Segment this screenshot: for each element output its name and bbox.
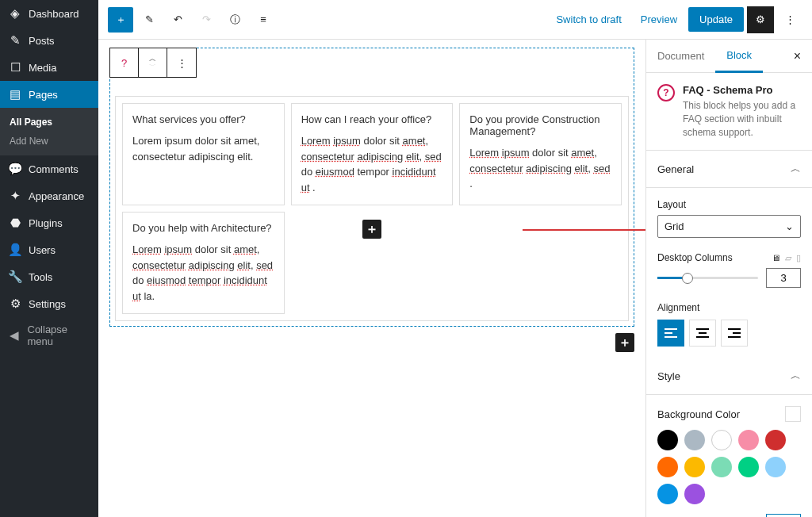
- switch-to-draft-link[interactable]: Switch to draft: [548, 9, 629, 30]
- sidebar-item-collapse[interactable]: ◀Collapse menu: [0, 317, 98, 354]
- palette-color[interactable]: [657, 430, 678, 450]
- sidebar-item-comments[interactable]: 💬Comments: [0, 155, 98, 182]
- sidebar-item-appearance[interactable]: ✦Appearance: [0, 182, 98, 209]
- palette-color[interactable]: [684, 430, 705, 450]
- palette-color[interactable]: [711, 457, 732, 477]
- sidebar-item-plugins[interactable]: ⬣Plugins: [0, 209, 98, 236]
- add-faq-button[interactable]: ＋: [362, 220, 381, 239]
- faq-card[interactable]: Do you help with Architecture? Lorem ips…: [122, 212, 285, 314]
- appearance-icon: ✦: [8, 189, 22, 203]
- editor-main: ＋ ✎ ↶ ↷ ⓘ ≡ Switch to draft Preview Upda…: [98, 0, 812, 517]
- align-left-button[interactable]: [657, 320, 684, 347]
- edit-mode-button[interactable]: ✎: [136, 7, 162, 33]
- palette-color[interactable]: [738, 430, 759, 450]
- palette-color[interactable]: [711, 430, 732, 450]
- settings-toggle-button[interactable]: ⚙: [747, 6, 774, 33]
- faq-block-wrapper[interactable]: ? ︿﹀ ⋮ What services you offer? Lorem ip…: [109, 48, 634, 327]
- block-title: FAQ - Schema Pro: [683, 84, 801, 96]
- slider-thumb[interactable]: [682, 273, 693, 284]
- update-button[interactable]: Update: [688, 7, 744, 32]
- general-section-toggle[interactable]: General ︿: [646, 151, 812, 188]
- outline-button[interactable]: ≡: [251, 7, 276, 33]
- add-block-button[interactable]: ＋: [108, 7, 133, 33]
- dashboard-icon: ◈: [8, 6, 22, 21]
- faq-answer[interactable]: Lorem ipsum dolor sit amet, consectetur …: [132, 133, 274, 164]
- users-icon: 👤: [8, 243, 22, 257]
- more-options-button[interactable]: ⋮: [777, 7, 802, 33]
- block-description: This block helps you add a FAQ section w…: [683, 99, 801, 139]
- style-section-body: Background Color Custom color Clear Rows…: [646, 395, 812, 517]
- align-right-button[interactable]: [721, 320, 748, 347]
- redo-button[interactable]: ↷: [193, 7, 219, 33]
- clear-color-button[interactable]: Clear: [766, 514, 801, 517]
- undo-button[interactable]: ↶: [165, 7, 190, 33]
- faq-card[interactable]: Do you provide Construction Management? …: [459, 103, 622, 205]
- desktop-icon[interactable]: 🖥: [772, 253, 780, 263]
- style-section-toggle[interactable]: Style ︿: [646, 358, 812, 395]
- faq-block-icon: ?: [657, 84, 675, 101]
- sidebar-submenu: All Pages Add New: [0, 108, 98, 155]
- columns-input[interactable]: [766, 268, 801, 288]
- faq-card[interactable]: What services you offer? Lorem ipsum dol…: [122, 103, 285, 205]
- block-options-button[interactable]: ⋮: [167, 48, 196, 77]
- add-block-below-button[interactable]: ＋: [615, 333, 634, 352]
- tablet-icon[interactable]: ▱: [785, 253, 791, 263]
- layout-select[interactable]: Grid ⌄: [657, 215, 801, 238]
- tab-block[interactable]: Block: [715, 40, 763, 73]
- comments-icon: 💬: [8, 162, 22, 176]
- settings-panel: Document Block × ? FAQ - Schema Pro This…: [645, 40, 812, 517]
- sidebar-item-label: Posts: [29, 35, 55, 47]
- palette-color[interactable]: [657, 457, 678, 477]
- editor-topbar: ＋ ✎ ↶ ↷ ⓘ ≡ Switch to draft Preview Upda…: [98, 0, 812, 40]
- sidebar-item-posts[interactable]: ✎Posts: [0, 27, 98, 54]
- sidebar-sub-add-new[interactable]: Add New: [0, 132, 98, 151]
- tab-document[interactable]: Document: [646, 40, 715, 71]
- columns-slider[interactable]: [657, 277, 758, 279]
- pages-icon: ▤: [8, 87, 22, 101]
- mobile-icon[interactable]: ▯: [796, 253, 801, 263]
- sidebar-item-users[interactable]: 👤Users: [0, 236, 98, 263]
- bg-color-swatch[interactable]: [785, 406, 801, 422]
- info-button[interactable]: ⓘ: [222, 7, 247, 33]
- chevron-up-icon: ︿: [791, 162, 801, 176]
- sidebar-item-tools[interactable]: 🔧Tools: [0, 263, 98, 290]
- palette-color[interactable]: [738, 457, 759, 477]
- faq-question[interactable]: Do you provide Construction Management?: [469, 113, 611, 137]
- palette-color[interactable]: [684, 457, 705, 477]
- sidebar-sub-all-pages[interactable]: All Pages: [0, 113, 98, 132]
- panel-tabs: Document Block ×: [646, 40, 812, 73]
- responsive-device-icons[interactable]: 🖥▱▯: [772, 253, 801, 263]
- align-center-button[interactable]: [689, 320, 716, 347]
- panel-close-button[interactable]: ×: [783, 41, 812, 71]
- faq-answer[interactable]: Lorem ipsum dolor sit amet, consectetur …: [469, 145, 611, 192]
- tools-icon: 🔧: [8, 270, 22, 284]
- sidebar-item-media[interactable]: ☐Media: [0, 54, 98, 81]
- sidebar-item-pages[interactable]: ▤Pages: [0, 81, 98, 108]
- palette-color[interactable]: [765, 430, 786, 450]
- sidebar-item-label: Comments: [29, 163, 79, 175]
- sidebar-item-settings[interactable]: ⚙Settings: [0, 290, 98, 317]
- plugins-icon: ⬣: [8, 216, 22, 230]
- faq-question[interactable]: How can I reach your office?: [301, 113, 443, 125]
- sidebar-item-dashboard[interactable]: ◈Dashboard: [0, 0, 98, 27]
- palette-color[interactable]: [657, 484, 678, 504]
- faq-question[interactable]: Do you help with Architecture?: [132, 222, 274, 234]
- columns-label: Desktop Columns: [657, 252, 733, 263]
- move-up-button[interactable]: ︿﹀: [139, 48, 167, 77]
- alignment-label: Alignment: [657, 302, 801, 313]
- faq-question[interactable]: What services you offer?: [132, 113, 274, 125]
- preview-link[interactable]: Preview: [633, 9, 685, 30]
- editor-canvas[interactable]: ? ︿﹀ ⋮ What services you offer? Lorem ip…: [98, 40, 645, 517]
- palette-color[interactable]: [684, 484, 705, 504]
- faq-card[interactable]: How can I reach your office? Lorem ipsum…: [291, 103, 454, 205]
- faq-answer[interactable]: Lorem ipsum dolor sit amet, consectetur …: [132, 242, 274, 304]
- section-title: General: [657, 163, 694, 175]
- faq-answer[interactable]: Lorem ipsum dolor sit amet, consectetur …: [301, 133, 443, 195]
- sidebar-item-label: Collapse menu: [28, 324, 91, 347]
- palette-color[interactable]: [765, 457, 786, 477]
- section-title: Style: [657, 370, 680, 382]
- posts-icon: ✎: [8, 33, 22, 48]
- media-icon: ☐: [8, 60, 22, 75]
- block-type-icon[interactable]: ?: [110, 48, 139, 77]
- chevron-down-icon: ⌄: [785, 220, 794, 232]
